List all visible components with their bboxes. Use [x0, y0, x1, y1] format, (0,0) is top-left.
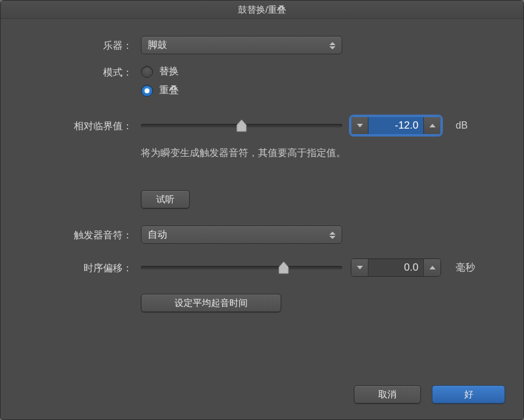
ok-button[interactable]: 好: [432, 385, 505, 404]
instrument-value: 脚鼓: [148, 39, 167, 52]
set-average-attack-button[interactable]: 设定平均起音时间: [141, 294, 281, 312]
trigger-note-value: 自动: [148, 229, 167, 241]
mode-label: 模式：: [25, 63, 141, 79]
timing-offset-decrement[interactable]: [351, 259, 368, 276]
slider-thumb-icon[interactable]: [235, 119, 248, 132]
timing-offset-increment[interactable]: [423, 259, 440, 276]
mode-radio-overlay[interactable]: [141, 85, 153, 97]
dialog-window: 鼓替换/重叠 乐器： 脚鼓 模式：: [0, 0, 524, 420]
dialog-content: 乐器： 脚鼓 模式： 替换: [1, 19, 523, 419]
instrument-label: 乐器：: [25, 36, 141, 52]
slider-thumb-icon[interactable]: [278, 261, 290, 274]
threshold-increment[interactable]: [423, 117, 440, 134]
dialog-footer: 取消 好: [354, 385, 505, 404]
threshold-value[interactable]: -12.0: [368, 117, 423, 134]
trigger-note-label: 触发器音符：: [25, 226, 141, 242]
timing-offset-value-box[interactable]: 0.0: [351, 258, 441, 277]
mode-option-overlay: 重叠: [159, 84, 179, 97]
timing-offset-value[interactable]: 0.0: [368, 259, 423, 276]
timing-offset-unit: 毫秒: [456, 262, 475, 274]
timing-offset-slider[interactable]: [141, 260, 342, 275]
trigger-note-select[interactable]: 自动: [141, 226, 342, 244]
updown-icon: [329, 229, 338, 242]
threshold-value-box[interactable]: -12.0: [351, 116, 441, 135]
chevron-down-icon: [357, 124, 363, 127]
timing-offset-label: 时序偏移：: [25, 258, 141, 275]
prelisten-button[interactable]: 试听: [141, 190, 190, 208]
cancel-button[interactable]: 取消: [354, 385, 421, 404]
window-title: 鼓替换/重叠: [1, 1, 523, 19]
threshold-decrement[interactable]: [351, 117, 368, 134]
threshold-unit: dB: [456, 120, 468, 131]
mode-option-replace: 替换: [159, 65, 179, 78]
mode-radio-replace[interactable]: [141, 66, 153, 78]
chevron-up-icon: [429, 124, 436, 127]
updown-icon: [329, 39, 338, 52]
threshold-label: 相对临界值：: [25, 116, 141, 133]
threshold-slider[interactable]: [141, 118, 342, 133]
threshold-hint: 将为瞬变生成触发器音符，其值要高于指定值。: [141, 147, 346, 160]
chevron-up-icon: [429, 266, 436, 269]
instrument-select[interactable]: 脚鼓: [141, 36, 342, 54]
chevron-down-icon: [357, 266, 363, 269]
